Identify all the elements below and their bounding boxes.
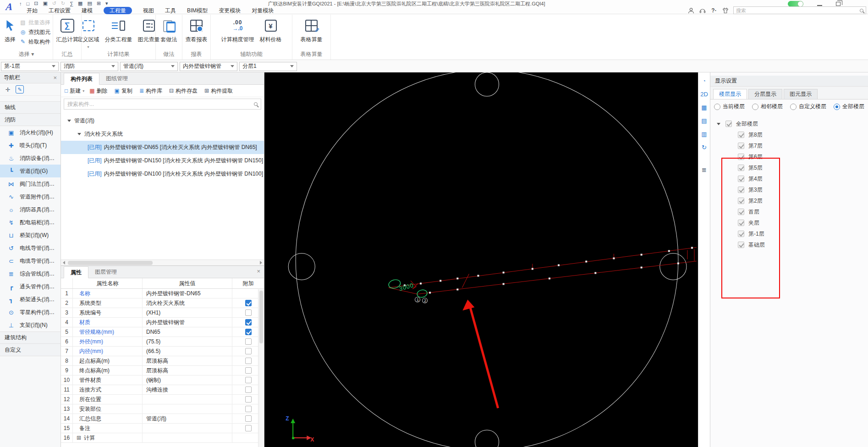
floor-row[interactable]: 第3层 (710, 184, 868, 195)
orbit-icon[interactable]: ◔ (700, 76, 709, 85)
component-tool-button[interactable]: ⊞ 构件提取 (204, 87, 235, 95)
floor-checkbox[interactable] (738, 220, 744, 226)
attach-checkbox[interactable] (245, 309, 252, 316)
ribbon-tab[interactable]: 对量模块 (252, 7, 274, 14)
attach-checkbox[interactable] (245, 338, 252, 345)
precision-mgmt-button[interactable]: 计算精度管理 (220, 17, 256, 44)
horizontal-scrollbar[interactable] (61, 259, 264, 265)
view-front-icon[interactable]: ▤ (700, 116, 709, 125)
floor-root-row[interactable]: 全部楼层 (710, 118, 868, 129)
minimize-button[interactable] (817, 5, 822, 6)
view-2d-icon[interactable]: 2D (700, 89, 709, 99)
ribbon-tab[interactable]: 视图 (143, 7, 154, 14)
publish-icon[interactable]: ↑ (19, 1, 22, 6)
floor-checkbox[interactable] (738, 154, 744, 160)
floor-row[interactable]: 第4层 (710, 173, 868, 184)
open-file-icon[interactable]: ⊡ (34, 0, 38, 6)
ribbon-tab[interactable]: BIM模型 (187, 7, 208, 14)
nav-item[interactable]: ┗ 管道(消)(G) (0, 165, 60, 177)
attach-checkbox[interactable] (245, 348, 252, 354)
global-search-input[interactable] (736, 8, 860, 13)
nav-item[interactable]: ▣ 消火栓(消)(H) (0, 126, 60, 139)
nav-item[interactable]: ┏ 通头管件(消… (0, 280, 60, 293)
display-list-icon[interactable]: ≣ (700, 165, 709, 174)
tree-node-root[interactable]: 管道(消) (61, 114, 264, 127)
ribbon-small-button[interactable]: ◎ 查找图元 (20, 28, 50, 36)
list-icon[interactable]: ▤ (87, 0, 92, 6)
rotate-view-icon[interactable]: ↻ (700, 143, 709, 152)
redo-icon[interactable]: ↻ (61, 0, 65, 6)
panel-tab[interactable]: 图纸管理 (99, 72, 134, 84)
ribbon-tab[interactable]: 变更模块 (219, 7, 241, 14)
table-qty-button[interactable]: 表格算量 (299, 17, 324, 44)
property-value[interactable]: 消火栓灭火系统 (143, 298, 232, 308)
floor-mode-radio[interactable]: 全部楼层 (834, 103, 864, 110)
save-icon[interactable]: ▣ (43, 0, 47, 6)
panel-tab[interactable]: 属性 (64, 266, 88, 278)
define-region-button[interactable]: 定义区域 ▾ (76, 17, 101, 50)
scrollbar-thumb[interactable] (259, 291, 263, 343)
vertical-scrollbar[interactable] (258, 289, 264, 447)
property-value[interactable]: (钢制) (143, 375, 232, 385)
nav-item[interactable]: ⊥ 支架(消)(N) (0, 319, 60, 331)
panel-tab[interactable]: 构件列表 (64, 73, 99, 85)
floor-row[interactable]: 第7层 (710, 140, 868, 151)
property-value[interactable]: (XH1) (143, 308, 232, 317)
filter-combobox[interactable]: 内外壁镀锌钢管 (180, 62, 237, 71)
floor-row[interactable]: 基础层 (710, 239, 868, 250)
view-side-icon[interactable]: ▥ (700, 129, 709, 138)
cad-viewport[interactable]: 3000 1 2 (264, 72, 698, 447)
property-value[interactable]: 管道(消) (143, 414, 232, 423)
restore-button[interactable] (836, 2, 841, 6)
radio-icon[interactable] (714, 104, 720, 110)
attach-checkbox[interactable] (245, 396, 252, 403)
property-value[interactable]: 内外壁镀锌钢管-DN65 (143, 289, 232, 298)
ribbon-small-button[interactable]: ▧ 批量选择 (20, 18, 50, 27)
nav-item[interactable]: ≣ 综合管线(消… (0, 267, 60, 280)
floor-row[interactable]: 第-1层 (710, 228, 868, 239)
property-value[interactable] (143, 404, 232, 414)
component-tool-button[interactable]: ≣ 构件库 (139, 87, 164, 95)
nav-section-fire[interactable]: 消防 (0, 114, 60, 126)
display-tab[interactable]: 分层显示 (748, 89, 782, 99)
radio-icon[interactable] (790, 104, 797, 110)
nav-item[interactable]: ⊂ 电缆导管(消… (0, 254, 60, 267)
scroll-right-icon[interactable] (258, 260, 264, 265)
component-tool-button[interactable]: ⊟ 构件存盘 (169, 87, 199, 95)
attach-checkbox[interactable] (245, 425, 252, 431)
nav-item[interactable]: ♨ 消防设备(消… (0, 152, 60, 165)
attach-checkbox[interactable] (245, 300, 252, 306)
define-region-dropdown-icon[interactable]: ▾ (87, 46, 89, 49)
close-icon[interactable] (53, 75, 57, 81)
material-price-button[interactable]: 材料价格 (258, 17, 284, 44)
view-iso-icon[interactable]: ▦ (700, 103, 709, 112)
panel-tab[interactable]: 图层管理 (88, 266, 123, 278)
component-list-item[interactable]: [已用] 内外壁镀锌钢管-DN150 [消火栓灭火系统 内外壁镀锌钢管 DN15… (61, 154, 264, 167)
nav-section-axis[interactable]: 轴线 (0, 101, 60, 114)
property-value[interactable]: DN65 (143, 327, 232, 337)
floor-row[interactable]: 第2层 (710, 195, 868, 206)
scroll-left-icon[interactable] (61, 260, 67, 265)
skin-icon[interactable] (722, 7, 729, 14)
nav-item[interactable]: ↯ 配电箱柜(消… (0, 216, 60, 229)
expand-icon[interactable]: ⊞ (77, 435, 81, 441)
table-add-icon[interactable]: ⊞ (97, 0, 101, 6)
collapse-icon[interactable] (717, 123, 720, 125)
floor-row[interactable]: 第6层 (710, 151, 868, 162)
nav-item[interactable]: ⋈ 阀门法兰(消… (0, 177, 60, 190)
component-tool-button[interactable]: ▦ 删除 (89, 87, 109, 95)
property-value[interactable]: 沟槽连接 (143, 385, 232, 394)
floor-checkbox[interactable] (738, 231, 744, 237)
filter-combobox[interactable]: 消防 (60, 62, 118, 71)
ribbon-tab[interactable]: 工具 (165, 7, 176, 14)
nav-item[interactable]: ∿ 管道附件(消… (0, 190, 60, 203)
ribbon-small-button[interactable]: ✎ 拾取构件 (20, 38, 50, 46)
edit-icon[interactable]: ✎ (16, 85, 24, 94)
floor-checkbox[interactable] (738, 198, 744, 204)
ribbon-tab[interactable]: 开始 (27, 7, 38, 14)
select-button[interactable]: 选择 (2, 17, 18, 44)
nav-item[interactable]: ⊙ 零星构件(消… (0, 306, 60, 319)
search-icon[interactable] (860, 9, 863, 12)
floor-checkbox[interactable] (738, 187, 744, 193)
floor-row[interactable]: 第8层 (710, 129, 868, 140)
